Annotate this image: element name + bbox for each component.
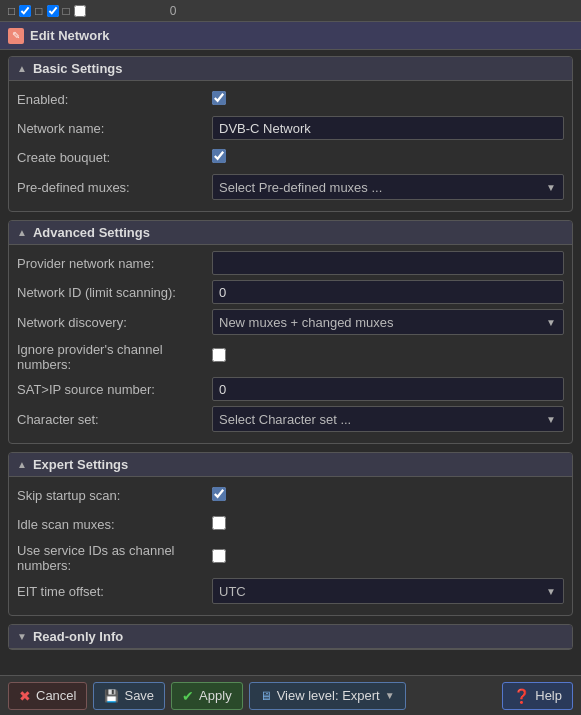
network-discovery-wrapper: New muxes only New muxes + changed muxes… bbox=[212, 309, 564, 335]
predefined-muxes-select[interactable]: Select Pre-defined muxes ... bbox=[212, 174, 564, 200]
predefined-muxes-wrapper: Select Pre-defined muxes ... bbox=[212, 174, 564, 200]
network-name-label: Network name: bbox=[17, 121, 212, 136]
network-id-input[interactable] bbox=[212, 280, 564, 304]
expert-settings-header[interactable]: ▲ Expert Settings bbox=[9, 453, 572, 477]
cancel-label: Cancel bbox=[36, 688, 76, 703]
help-label: Help bbox=[535, 688, 562, 703]
top-icon-2: □ bbox=[35, 4, 42, 18]
predefined-muxes-label: Pre-defined muxes: bbox=[17, 180, 212, 195]
ignore-provider-control bbox=[212, 348, 564, 365]
monitor-icon: 🖥 bbox=[260, 689, 272, 703]
top-icon-3: □ bbox=[63, 4, 70, 18]
network-discovery-label: Network discovery: bbox=[17, 315, 212, 330]
apply-icon: ✔ bbox=[182, 688, 194, 704]
help-icon: ❓ bbox=[513, 688, 530, 704]
network-discovery-row: Network discovery: New muxes only New mu… bbox=[17, 309, 564, 335]
advanced-settings-label: Advanced Settings bbox=[33, 225, 150, 240]
save-button[interactable]: 💾 Save bbox=[93, 682, 165, 710]
create-bouquet-row: Create bouquet: bbox=[17, 145, 564, 169]
expert-settings-section: ▲ Expert Settings Skip startup scan: Idl… bbox=[8, 452, 573, 616]
network-id-label: Network ID (limit scanning): bbox=[17, 285, 212, 300]
character-set-select[interactable]: Select Character set ... bbox=[212, 406, 564, 432]
network-name-control bbox=[212, 116, 564, 140]
create-bouquet-checkbox[interactable] bbox=[212, 149, 226, 163]
skip-startup-checkbox[interactable] bbox=[212, 487, 226, 501]
bottom-bar: ✖ Cancel 💾 Save ✔ Apply 🖥 View level: Ex… bbox=[0, 675, 581, 715]
top-checkbox-1[interactable] bbox=[19, 5, 31, 17]
readonly-info-section: ▼ Read-only Info bbox=[8, 624, 573, 650]
idle-scan-control bbox=[212, 516, 564, 533]
basic-settings-header[interactable]: ▲ Basic Settings bbox=[9, 57, 572, 81]
provider-network-name-label: Provider network name: bbox=[17, 256, 212, 271]
ignore-provider-row: Ignore provider's channel numbers: bbox=[17, 340, 564, 372]
network-discovery-select[interactable]: New muxes only New muxes + changed muxes… bbox=[212, 309, 564, 335]
top-number: 0 bbox=[170, 4, 177, 18]
idle-scan-label: Idle scan muxes: bbox=[17, 517, 212, 532]
apply-label: Apply bbox=[199, 688, 232, 703]
cancel-button[interactable]: ✖ Cancel bbox=[8, 682, 87, 710]
create-bouquet-control bbox=[212, 149, 564, 166]
sat-ip-row: SAT>IP source number: bbox=[17, 377, 564, 401]
window-title-bar: ✎ Edit Network bbox=[0, 22, 581, 50]
skip-startup-row: Skip startup scan: bbox=[17, 483, 564, 507]
network-id-control bbox=[212, 280, 564, 304]
create-bouquet-label: Create bouquet: bbox=[17, 150, 212, 165]
idle-scan-row: Idle scan muxes: bbox=[17, 512, 564, 536]
readonly-info-arrow: ▼ bbox=[17, 631, 27, 642]
view-level-button[interactable]: 🖥 View level: Expert ▼ bbox=[249, 682, 406, 710]
advanced-settings-header[interactable]: ▲ Advanced Settings bbox=[9, 221, 572, 245]
view-level-label: View level: Expert bbox=[277, 688, 380, 703]
enabled-row: Enabled: bbox=[17, 87, 564, 111]
enabled-label: Enabled: bbox=[17, 92, 212, 107]
character-set-label: Character set: bbox=[17, 412, 212, 427]
cancel-icon: ✖ bbox=[19, 688, 31, 704]
sat-ip-control bbox=[212, 377, 564, 401]
idle-scan-checkbox[interactable] bbox=[212, 516, 226, 530]
top-checkbox-2[interactable] bbox=[47, 5, 59, 17]
readonly-info-header[interactable]: ▼ Read-only Info bbox=[9, 625, 572, 649]
predefined-muxes-row: Pre-defined muxes: Select Pre-defined mu… bbox=[17, 174, 564, 200]
enabled-control bbox=[212, 91, 564, 108]
skip-startup-control bbox=[212, 487, 564, 504]
top-bar-content: □ □ □ 0 bbox=[8, 4, 176, 18]
eit-time-wrapper: UTC Local time Auto bbox=[212, 578, 564, 604]
help-button[interactable]: ❓ Help bbox=[502, 682, 573, 710]
use-service-ids-control bbox=[212, 549, 564, 566]
network-name-input[interactable] bbox=[212, 116, 564, 140]
enabled-checkbox[interactable] bbox=[212, 91, 226, 105]
window-icon: ✎ bbox=[8, 28, 24, 44]
advanced-settings-section: ▲ Advanced Settings Provider network nam… bbox=[8, 220, 573, 444]
use-service-ids-row: Use service IDs as channel numbers: bbox=[17, 541, 564, 573]
advanced-settings-body: Provider network name: Network ID (limit… bbox=[9, 245, 572, 443]
top-icon-1: □ bbox=[8, 4, 15, 18]
basic-settings-body: Enabled: Network name: Create bouquet: bbox=[9, 81, 572, 211]
sat-ip-label: SAT>IP source number: bbox=[17, 382, 212, 397]
provider-network-name-control bbox=[212, 251, 564, 275]
provider-network-name-row: Provider network name: bbox=[17, 251, 564, 275]
save-label: Save bbox=[124, 688, 154, 703]
character-set-row: Character set: Select Character set ... bbox=[17, 406, 564, 432]
character-set-wrapper: Select Character set ... bbox=[212, 406, 564, 432]
apply-button[interactable]: ✔ Apply bbox=[171, 682, 243, 710]
top-checkbox-3[interactable] bbox=[74, 5, 86, 17]
skip-startup-label: Skip startup scan: bbox=[17, 488, 212, 503]
ignore-provider-checkbox[interactable] bbox=[212, 348, 226, 362]
top-bar: □ □ □ 0 bbox=[0, 0, 581, 22]
use-service-ids-checkbox[interactable] bbox=[212, 549, 226, 563]
use-service-ids-label: Use service IDs as channel numbers: bbox=[17, 541, 212, 573]
main-content: ▲ Basic Settings Enabled: Network name: … bbox=[0, 50, 581, 675]
readonly-info-label: Read-only Info bbox=[33, 629, 123, 644]
network-name-row: Network name: bbox=[17, 116, 564, 140]
ignore-provider-label: Ignore provider's channel numbers: bbox=[17, 340, 212, 372]
basic-settings-arrow: ▲ bbox=[17, 63, 27, 74]
eit-time-row: EIT time offset: UTC Local time Auto bbox=[17, 578, 564, 604]
eit-time-select[interactable]: UTC Local time Auto bbox=[212, 578, 564, 604]
view-level-arrow-icon: ▼ bbox=[385, 690, 395, 701]
provider-network-name-input[interactable] bbox=[212, 251, 564, 275]
basic-settings-section: ▲ Basic Settings Enabled: Network name: … bbox=[8, 56, 573, 212]
network-id-row: Network ID (limit scanning): bbox=[17, 280, 564, 304]
save-icon: 💾 bbox=[104, 689, 119, 703]
eit-time-label: EIT time offset: bbox=[17, 584, 212, 599]
advanced-settings-arrow: ▲ bbox=[17, 227, 27, 238]
sat-ip-input[interactable] bbox=[212, 377, 564, 401]
